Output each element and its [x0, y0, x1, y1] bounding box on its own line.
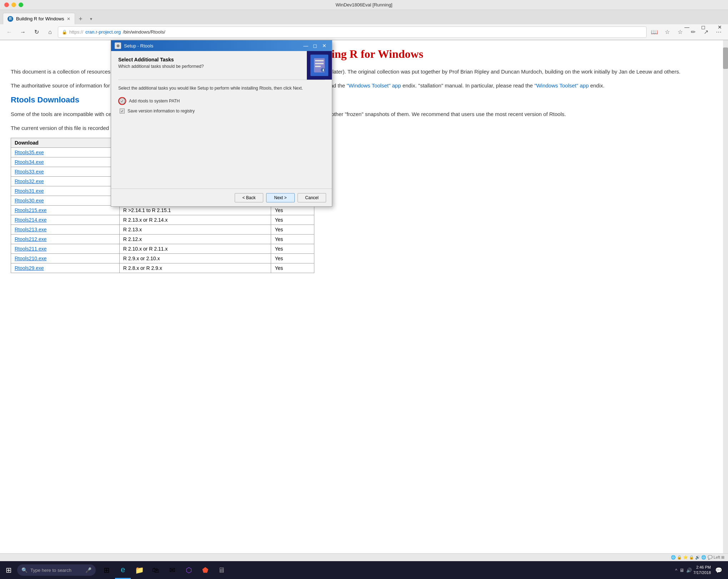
mail-icon: ✉ [169, 566, 175, 574]
compat-cell: R 2.9.x or 2.10.x [119, 254, 271, 263]
download-link[interactable]: Rtools215.exe [15, 207, 47, 213]
reading-view-icon[interactable]: 📖 [649, 26, 660, 38]
frozen-cell: Yes [271, 254, 314, 263]
store-app[interactable]: 🛍 [148, 561, 164, 579]
notification-center-button[interactable]: 💬 [712, 561, 725, 579]
favorites-icon[interactable]: ☆ [662, 26, 673, 38]
checkbox-row-1: ✓ Add rtools to system PATH [118, 97, 325, 105]
download-link[interactable]: Rtools32.exe [15, 178, 44, 184]
search-placeholder: Type here to search [30, 568, 71, 573]
windows-toolset-link[interactable]: "Windows Toolset" app [346, 82, 401, 89]
back-button[interactable]: ← [4, 26, 15, 38]
active-tab[interactable]: R Building R for Windows ✕ [3, 13, 75, 24]
table-row: Rtools214.exeR 2.13.x or R 2.14.xYes [11, 215, 314, 225]
compat-cell: R 2.12.x [119, 235, 271, 244]
address-bar[interactable]: 🔒 https://cran.r-project.org/bin/windows… [58, 26, 647, 38]
edge-browser-app[interactable]: e [115, 561, 131, 579]
dialog-instruction: Select the additional tasks you would li… [118, 85, 325, 91]
compat-cell: R 2.8.x or R 2.9.x [119, 263, 271, 273]
window-title: WinDev1806Eval [Running] [336, 2, 393, 7]
svg-rect-2 [315, 63, 324, 64]
dialog-image: ⬇ [307, 51, 332, 80]
dialog-restore-button[interactable]: ◻ [311, 42, 319, 49]
back-button[interactable]: < Back [235, 193, 263, 202]
dialog-minimize-button[interactable]: — [302, 42, 310, 49]
download-link[interactable]: Rtools213.exe [15, 227, 47, 232]
checkbox-1[interactable]: ✓ [120, 99, 125, 104]
refresh-button[interactable]: ↻ [31, 26, 42, 38]
setup-dialog: ⚙ Setup - Rtools — ◻ ✕ Select Additional… [111, 40, 332, 207]
clock-date: 7/17/2018 [693, 570, 711, 575]
download-link[interactable]: Rtools211.exe [15, 246, 47, 252]
dialog-header-sub: Which additional tasks should be perform… [118, 64, 300, 69]
tab-favicon: R [8, 16, 13, 22]
clock-time: 2:46 PM [693, 565, 711, 570]
compat-cell: R 2.13.x or R 2.14.x [119, 215, 271, 225]
download-link[interactable]: Rtools212.exe [15, 236, 47, 242]
visualstudio-app[interactable]: ⬡ [181, 561, 196, 579]
download-link[interactable]: Rtools31.exe [15, 188, 44, 194]
download-cell: Rtools31.exe [11, 186, 120, 196]
github-app[interactable]: ⬟ [197, 561, 213, 579]
tab-bar: R Building R for Windows ✕ + ▾ — ◻ ✕ [0, 10, 728, 24]
download-link[interactable]: Rtools210.exe [15, 256, 47, 261]
maximize-btn[interactable] [19, 2, 23, 7]
notification-icon: 💬 [715, 567, 722, 574]
tray-expand-icon[interactable]: ^ [675, 568, 677, 573]
cancel-button[interactable]: Cancel [298, 193, 326, 202]
win-close-button[interactable]: ✕ [712, 20, 728, 34]
taskbar-clock[interactable]: 2:46 PM 7/17/2018 [693, 565, 711, 576]
taskbar-right: ^ 🖥 🔊 2:46 PM 7/17/2018 💬 [675, 561, 728, 579]
taskbar: ⊞ 🔍 Type here to search 🎤 ⊞ e 📁 🛍 ✉ ⬡ ⬟ … [0, 561, 728, 579]
download-link[interactable]: Rtools29.exe [15, 265, 44, 271]
win-restore-button[interactable]: ◻ [695, 20, 712, 34]
dialog-divider [118, 80, 325, 80]
tray-network-icon[interactable]: 🖥 [679, 568, 684, 573]
microphone-icon[interactable]: 🎤 [85, 567, 91, 573]
close-btn[interactable] [4, 2, 9, 7]
tray-volume-icon[interactable]: 🔊 [686, 568, 692, 573]
download-cell: Rtools35.exe [11, 148, 120, 157]
home-button[interactable]: ⌂ [44, 26, 56, 38]
forward-button[interactable]: → [17, 26, 29, 38]
svg-rect-3 [315, 66, 321, 67]
task-view-icon: ⊞ [104, 566, 110, 574]
vm-app[interactable]: 🖥 [214, 561, 229, 579]
download-cell: Rtools211.exe [11, 244, 120, 254]
download-link[interactable]: Rtools35.exe [15, 150, 44, 155]
download-link[interactable]: Rtools214.exe [15, 217, 47, 223]
scrollbar-thumb[interactable] [723, 47, 728, 69]
compat-cell: R 2.13.x [119, 225, 271, 235]
download-link[interactable]: Rtools34.exe [15, 159, 44, 165]
start-button[interactable]: ⊞ [0, 561, 17, 579]
download-link[interactable]: Rtools30.exe [15, 198, 44, 203]
tab-label: Building R for Windows [16, 16, 64, 21]
tab-list-button[interactable]: ▾ [86, 14, 96, 24]
table-row: Rtools215.exeR >2.14.1 to R 2.15.1Yes [11, 206, 314, 215]
search-bar[interactable]: 🔍 Type here to search 🎤 [17, 564, 96, 576]
mail-app[interactable]: ✉ [164, 561, 180, 579]
minimize-btn[interactable] [11, 2, 16, 7]
checkbox-2[interactable]: ✓ [120, 109, 125, 114]
windows-toolset-link2[interactable]: "Windows Toolset" app [534, 82, 589, 89]
dialog-content: Select the additional tasks you would li… [111, 80, 332, 114]
download-link[interactable]: Rtools33.exe [15, 169, 44, 175]
address-prefix: https:// [69, 29, 83, 35]
tab-close-icon[interactable]: ✕ [67, 16, 70, 21]
scrollbar[interactable] [723, 40, 728, 554]
frozen-cell: Yes [271, 263, 314, 273]
compat-cell: R >2.14.1 to R 2.15.1 [119, 206, 271, 215]
task-view-button[interactable]: ⊞ [99, 561, 114, 579]
download-cell: Rtools33.exe [11, 167, 120, 177]
table-row: Rtools29.exeR 2.8.x or R 2.9.xYes [11, 263, 314, 273]
win-minimize-button[interactable]: — [679, 20, 695, 34]
next-button[interactable]: Next > [266, 193, 295, 202]
new-tab-button[interactable]: + [75, 14, 86, 24]
col-download: Download [11, 138, 120, 148]
file-explorer-app[interactable]: 📁 [131, 561, 147, 579]
dialog-close-button[interactable]: ✕ [320, 42, 328, 49]
checkbox-highlight-circle: ✓ [118, 97, 126, 105]
table-row: Rtools212.exeR 2.12.xYes [11, 235, 314, 244]
table-row: Rtools211.exeR 2.10.x or R 2.11.xYes [11, 244, 314, 254]
window-controls: — ◻ ✕ [679, 20, 728, 34]
